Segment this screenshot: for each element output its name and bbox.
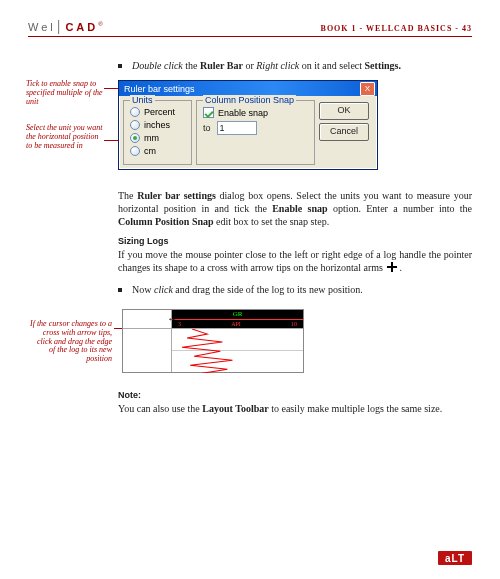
snap-to-label: to [203, 123, 211, 133]
enable-snap-checkbox[interactable]: Enable snap [203, 107, 308, 118]
checkbox-icon [203, 107, 214, 118]
alt-logo: aLT [438, 551, 472, 565]
paragraph-sizing: If you move the mouse pointer close to t… [118, 249, 472, 275]
annotation-units: Select the unit you want the horizontal … [26, 124, 104, 150]
log-track-figure: ↔ GR 3 API 10 [122, 309, 304, 373]
scale-min: 3 [178, 320, 181, 328]
cancel-button[interactable]: Cancel [319, 123, 369, 141]
radio-icon [130, 120, 140, 130]
radio-icon [130, 107, 140, 117]
header-book-line: BOOK 1 - WELLCAD BASICS - 43 [321, 24, 472, 33]
annotation-snap: Tick to enable snap to specified multipl… [26, 80, 104, 106]
dialog-titlebar[interactable]: Ruler bar settings X [119, 81, 377, 96]
gr-curve [172, 329, 303, 373]
dialog-title: Ruler bar settings [124, 84, 195, 94]
ruler-bar-settings-dialog: Ruler bar settings X Units Percent inche… [118, 80, 378, 170]
radio-cm[interactable]: cm [130, 146, 185, 156]
radio-icon [130, 133, 140, 143]
paragraph-ruler-settings: The Ruler bar settings dialog box opens.… [118, 190, 472, 228]
radio-inches[interactable]: inches [130, 120, 185, 130]
bullet-square-icon [118, 64, 122, 68]
units-legend: Units [130, 95, 155, 105]
ok-button[interactable]: OK [319, 102, 369, 120]
snap-to-input[interactable]: 1 [217, 121, 257, 135]
units-group: Units Percent inches mm [123, 100, 192, 165]
radio-mm[interactable]: mm [130, 133, 185, 143]
snap-legend: Column Position Snap [203, 95, 296, 105]
radio-percent[interactable]: Percent [130, 107, 185, 117]
scale-unit: API [231, 320, 241, 328]
bullet-square-icon [118, 288, 122, 292]
snap-group: Column Position Snap Enable snap to 1 [196, 100, 315, 165]
heading-sizing-logs: Sizing Logs [118, 236, 472, 246]
scale-max: 10 [291, 320, 297, 328]
paragraph-note: You can also use the Layout Toolbar to e… [118, 403, 472, 416]
bullet-doubleclick: Double click the Ruler Bar or Right clic… [118, 59, 472, 72]
footer: aLT [438, 551, 472, 565]
close-icon[interactable]: X [360, 82, 375, 96]
move-cursor-icon [387, 262, 397, 272]
annotation-drag-edge: If the cursor changes to a cross with ar… [30, 320, 112, 364]
page-header: Wel|CAD® BOOK 1 - WELLCAD BASICS - 43 [28, 18, 472, 37]
resize-cursor-icon: ↔ [167, 313, 177, 324]
wellcad-logo: Wel|CAD® [28, 18, 107, 34]
radio-icon [130, 146, 140, 156]
track-title: GR [172, 310, 303, 319]
bullet-click-drag: Now click and drag the side of the log t… [118, 283, 472, 296]
heading-note: Note: [118, 390, 472, 400]
